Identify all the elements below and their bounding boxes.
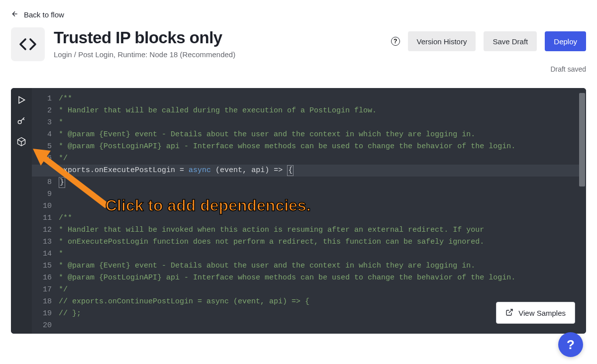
deploy-button[interactable]: Deploy — [545, 31, 586, 51]
version-history-button[interactable]: Version History — [408, 31, 476, 51]
help-fab-glyph: ? — [567, 337, 575, 353]
page-header: Trusted IP blocks only Login / Post Logi… — [0, 24, 597, 61]
code-pane[interactable]: 1234567891011121314151617181920 /*** Han… — [32, 88, 586, 334]
page-subtitle: Login / Post Login, Runtime: Node 18 (Re… — [54, 50, 382, 59]
code-brackets-icon — [11, 27, 45, 61]
draft-status: Draft saved — [0, 61, 597, 73]
back-label: Back to flow — [24, 10, 64, 19]
code-body[interactable]: /*** Handler that will be called during … — [57, 88, 586, 334]
line-gutter: 1234567891011121314151617181920 — [32, 88, 57, 334]
save-draft-button[interactable]: Save Draft — [484, 31, 537, 51]
secrets-key-icon[interactable] — [16, 116, 26, 126]
arrow-left-icon — [11, 10, 19, 19]
help-icon[interactable]: ? — [391, 37, 400, 46]
editor-sidebar — [11, 88, 32, 334]
dependencies-package-icon[interactable] — [16, 137, 26, 147]
back-to-flow-link[interactable]: Back to flow — [0, 0, 597, 24]
help-fab[interactable]: ? — [558, 332, 583, 357]
code-editor: 1234567891011121314151617181920 /*** Han… — [11, 88, 586, 334]
run-icon[interactable] — [16, 95, 26, 105]
page-title: Trusted IP blocks only — [54, 28, 382, 47]
